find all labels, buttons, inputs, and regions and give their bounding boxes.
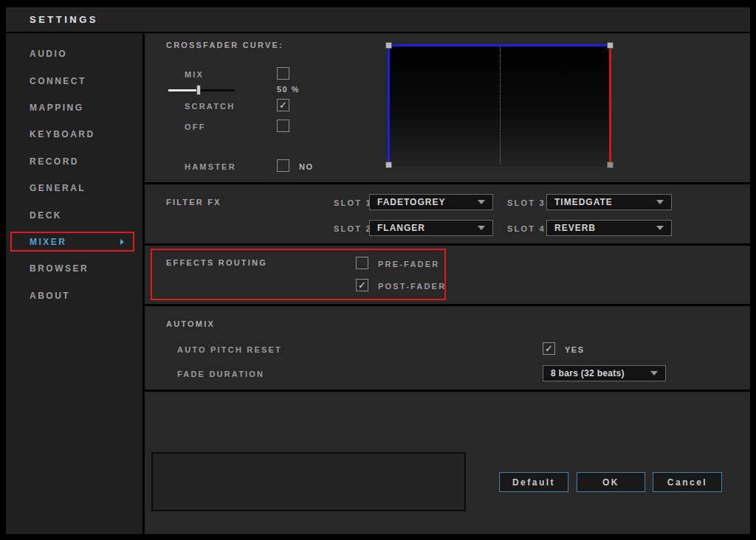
settings-content: CROSSFADER CURVE: MIX 50 % SCRATCH OFF H… (145, 33, 750, 534)
fade-duration-dropdown[interactable]: 8 bars (32 beats) (543, 365, 666, 381)
ok-button[interactable]: OK (577, 472, 645, 492)
sidebar-item-mapping[interactable]: MAPPING (6, 94, 142, 121)
off-label: OFF (185, 122, 206, 131)
sidebar-item-keyboard[interactable]: KEYBOARD (6, 121, 142, 148)
dropdown-arrow-icon (656, 226, 664, 230)
slot4-dropdown[interactable]: REVERB (546, 220, 672, 236)
automix-section: AUTOMIX AUTO PITCH RESET YES FADE DURATI… (145, 306, 750, 390)
sidebar-item-label: BROWSER (30, 263, 89, 274)
description-box (151, 452, 466, 511)
slot2-dropdown[interactable]: FLANGER (369, 220, 493, 236)
dropdown-arrow-icon (478, 200, 485, 204)
sidebar-item-label: GENERAL (30, 183, 86, 193)
post-fader-checkbox[interactable] (356, 279, 368, 291)
slot3-value: TIMEDGATE (547, 197, 613, 207)
curve-b-right-line (609, 44, 611, 166)
effects-routing-section: EFFECTS ROUTING PRE-FADER POST-FADER (145, 246, 750, 304)
sidebar-item-label: MAPPING (30, 103, 84, 113)
scratch-checkbox[interactable] (277, 99, 289, 111)
sidebar-item-label: DECK (30, 210, 62, 221)
graph-handle-bottom-right[interactable] (607, 162, 614, 168)
sidebar-item-connect[interactable]: CONNECT (6, 67, 142, 94)
dropdown-arrow-icon (656, 200, 664, 204)
sidebar-item-label: MIXER (30, 237, 67, 247)
sidebar-item-deck[interactable]: DECK (6, 201, 142, 228)
sidebar-item-label: RECORD (30, 156, 79, 167)
sidebar-item-mixer[interactable]: MIXER (6, 229, 142, 255)
scratch-label: SCRATCH (185, 102, 235, 111)
slot1-value: FADETOGREY (370, 197, 445, 207)
window-title: SETTINGS (6, 14, 98, 25)
crossfader-curve-slider[interactable] (168, 85, 235, 95)
dropdown-arrow-icon (650, 371, 658, 375)
slider-track-empty (199, 89, 236, 91)
off-checkbox[interactable] (277, 120, 289, 132)
pre-fader-checkbox[interactable] (356, 257, 368, 269)
sidebar-item-label: AUDIO (30, 49, 67, 59)
slot4-label: SLOT 4 (507, 224, 546, 233)
slot1-dropdown[interactable]: FADETOGREY (369, 194, 493, 210)
mix-label: MIX (185, 70, 204, 79)
crossfader-curve-graph[interactable] (388, 44, 611, 166)
hamster-checkbox[interactable] (277, 159, 289, 172)
pre-fader-label: PRE-FADER (378, 260, 439, 269)
settings-sidebar: AUDIO CONNECT MAPPING KEYBOARD RECORD GE… (6, 33, 142, 534)
sidebar-item-label: CONNECT (30, 76, 86, 86)
sidebar-item-audio[interactable]: AUDIO (6, 41, 142, 67)
fade-duration-value: 8 bars (32 beats) (543, 368, 625, 378)
default-button[interactable]: Default (499, 472, 568, 492)
slider-value: 50 % (277, 85, 300, 94)
sidebar-item-about[interactable]: ABOUT (6, 283, 142, 309)
slot2-label: SLOT 2 (334, 224, 372, 233)
chevron-right-icon (120, 239, 124, 245)
curve-a-left-line (388, 44, 390, 166)
hamster-label: HAMSTER (185, 162, 236, 171)
cancel-button[interactable]: Cancel (653, 472, 722, 492)
hamster-value: NO (299, 162, 314, 171)
fade-duration-label: FADE DURATION (177, 370, 264, 378)
titlebar: SETTINGS (6, 7, 750, 32)
crossfader-curve-section: CROSSFADER CURVE: MIX 50 % SCRATCH OFF H… (145, 33, 750, 182)
sidebar-item-label: ABOUT (30, 291, 70, 301)
effects-routing-highlight-annotation (151, 249, 446, 300)
slot3-label: SLOT 3 (507, 198, 546, 207)
slot1-label: SLOT 1 (334, 198, 372, 207)
slider-track-filled (168, 89, 199, 91)
graph-center-line (500, 46, 501, 164)
settings-body: AUDIO CONNECT MAPPING KEYBOARD RECORD GE… (6, 33, 750, 534)
sidebar-item-general[interactable]: GENERAL (6, 175, 142, 201)
automix-section-label: AUTOMIX (166, 319, 215, 328)
slider-handle[interactable] (196, 85, 201, 95)
graph-handle-top-left[interactable] (385, 42, 392, 49)
filter-fx-section-label: FILTER FX (166, 198, 221, 207)
sidebar-item-record[interactable]: RECORD (6, 148, 142, 175)
auto-pitch-reset-value: YES (565, 345, 585, 354)
mix-checkbox[interactable] (277, 67, 289, 80)
sidebar-item-label: KEYBOARD (30, 129, 95, 139)
slot2-value: FLANGER (370, 223, 425, 233)
footer-section: Default OK Cancel (145, 392, 750, 534)
graph-handle-top-right[interactable] (607, 42, 614, 49)
effects-routing-section-label: EFFECTS ROUTING (166, 258, 267, 267)
sidebar-item-browser[interactable]: BROWSER (6, 255, 142, 282)
slot3-dropdown[interactable]: TIMEDGATE (546, 194, 672, 210)
auto-pitch-reset-label: AUTO PITCH RESET (177, 345, 282, 354)
graph-handle-bottom-left[interactable] (385, 162, 392, 168)
crossfader-section-label: CROSSFADER CURVE: (166, 41, 284, 49)
settings-window: SETTINGS AUDIO CONNECT MAPPING KEYBOARD … (6, 7, 750, 534)
dropdown-arrow-icon (478, 226, 485, 230)
post-fader-label: POST-FADER (378, 282, 446, 291)
slot4-value: REVERB (547, 223, 596, 233)
auto-pitch-reset-checkbox[interactable] (543, 342, 555, 355)
filter-fx-section: FILTER FX SLOT 1 FADETOGREY SLOT 2 FLANG… (145, 184, 750, 243)
